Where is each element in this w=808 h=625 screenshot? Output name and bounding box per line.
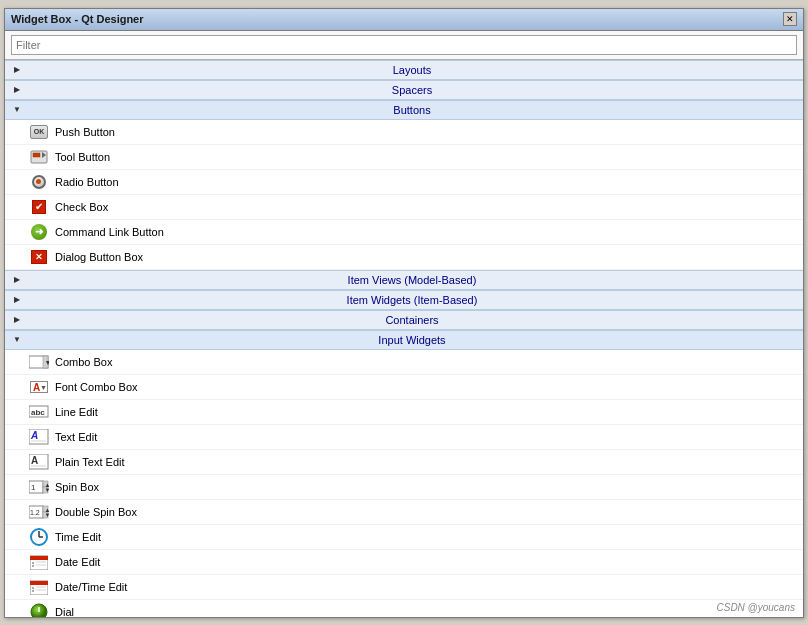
category-label-input-widgets: Input Widgets [27, 334, 797, 346]
list-item[interactable]: 1 ▲ ▼ Spin Box [5, 475, 803, 500]
widget-list: ▶ Layouts ▶ Spacers ▼ Buttons OK Push Bu… [5, 60, 803, 617]
svg-rect-34 [32, 565, 34, 567]
widget-label-text-edit: Text Edit [55, 431, 97, 443]
list-item[interactable]: Time Edit [5, 525, 803, 550]
widget-label-time-edit: Time Edit [55, 531, 101, 543]
arrow-icon: ▼ [11, 334, 23, 346]
title-bar: Widget Box - Qt Designer ✕ [5, 9, 803, 31]
widget-label-date-edit: Date Edit [55, 556, 100, 568]
list-item[interactable]: abc Line Edit [5, 400, 803, 425]
time-edit-icon [29, 527, 49, 547]
radio-button-icon [29, 172, 49, 192]
category-header-buttons[interactable]: ▼ Buttons [5, 100, 803, 120]
svg-rect-39 [32, 587, 34, 589]
widget-label-datetime-edit: Date/Time Edit [55, 581, 127, 593]
widget-label-dial: Dial [55, 606, 74, 617]
widget-label-spin-box: Spin Box [55, 481, 99, 493]
svg-text:▼: ▼ [45, 359, 50, 366]
svg-text:A: A [31, 455, 38, 466]
list-item[interactable]: A Text Edit [5, 425, 803, 450]
widget-label-dialog-button-box: Dialog Button Box [55, 251, 143, 263]
tool-button-icon [29, 147, 49, 167]
check-box-icon: ✔ [29, 197, 49, 217]
svg-rect-36 [30, 581, 48, 585]
list-item[interactable]: Date Edit [5, 550, 803, 575]
window-title: Widget Box - Qt Designer [11, 13, 144, 25]
widget-label-radio-button: Radio Button [55, 176, 119, 188]
list-item[interactable]: ✔ Check Box [5, 195, 803, 220]
category-label-buttons: Buttons [27, 104, 797, 116]
dialog-button-box-icon: ✕ [29, 247, 49, 267]
date-edit-icon [29, 552, 49, 572]
category-label-spacers: Spacers [27, 84, 797, 96]
list-item[interactable]: Dial [5, 600, 803, 617]
svg-text:▼: ▼ [45, 512, 50, 518]
push-button-icon: OK [29, 122, 49, 142]
text-edit-icon: A [29, 427, 49, 447]
widget-label-line-edit: Line Edit [55, 406, 98, 418]
category-header-containers[interactable]: ▶ Containers [5, 310, 803, 330]
list-item[interactable]: 1.2 ▲ ▼ Double Spin Box [5, 500, 803, 525]
widget-label-command-link-button: Command Link Button [55, 226, 164, 238]
widget-label-push-button: Push Button [55, 126, 115, 138]
arrow-icon: ▼ [11, 104, 23, 116]
plain-text-edit-icon: A [29, 452, 49, 472]
category-label-item-views: Item Views (Model-Based) [27, 274, 797, 286]
datetime-edit-icon [29, 577, 49, 597]
font-combo-box-icon [29, 377, 49, 397]
arrow-icon: ▶ [11, 294, 23, 306]
filter-input[interactable] [11, 35, 797, 55]
filter-bar [5, 31, 803, 60]
widget-label-plain-text-edit: Plain Text Edit [55, 456, 125, 468]
category-header-input-widgets[interactable]: ▼ Input Widgets [5, 330, 803, 350]
list-item[interactable]: A Plain Text Edit [5, 450, 803, 475]
widget-box-window: Widget Box - Qt Designer ✕ ▶ Layouts ▶ S… [4, 8, 804, 618]
widget-label-combo-box: Combo Box [55, 356, 112, 368]
category-header-spacers[interactable]: ▶ Spacers [5, 80, 803, 100]
svg-rect-30 [30, 556, 48, 560]
svg-rect-33 [32, 562, 34, 564]
list-item[interactable]: Font Combo Box [5, 375, 803, 400]
list-item[interactable]: ➜ Command Link Button [5, 220, 803, 245]
svg-text:1.2: 1.2 [30, 509, 40, 516]
svg-rect-1 [33, 153, 40, 157]
category-label-layouts: Layouts [27, 64, 797, 76]
spin-box-icon: 1 ▲ ▼ [29, 477, 49, 497]
svg-text:A: A [30, 430, 38, 441]
svg-text:abc: abc [31, 408, 45, 417]
list-item[interactable]: Radio Button [5, 170, 803, 195]
widget-label-font-combo-box: Font Combo Box [55, 381, 138, 393]
svg-text:1: 1 [31, 483, 36, 492]
svg-text:▼: ▼ [45, 487, 50, 493]
category-header-item-views[interactable]: ▶ Item Views (Model-Based) [5, 270, 803, 290]
double-spin-box-icon: 1.2 ▲ ▼ [29, 502, 49, 522]
widget-label-double-spin-box: Double Spin Box [55, 506, 137, 518]
category-header-layouts[interactable]: ▶ Layouts [5, 60, 803, 80]
list-item[interactable]: ✕ Dialog Button Box [5, 245, 803, 270]
widget-label-tool-button: Tool Button [55, 151, 110, 163]
list-item[interactable]: ▼ Combo Box [5, 350, 803, 375]
arrow-icon: ▶ [11, 84, 23, 96]
line-edit-icon: abc [29, 402, 49, 422]
arrow-icon: ▶ [11, 64, 23, 76]
widget-label-check-box: Check Box [55, 201, 108, 213]
list-item[interactable]: OK Push Button [5, 120, 803, 145]
dial-icon [29, 602, 49, 617]
watermark: CSDN @youcans [716, 602, 795, 613]
svg-rect-40 [32, 590, 34, 592]
arrow-icon: ▶ [11, 274, 23, 286]
category-label-item-widgets: Item Widgets (Item-Based) [27, 294, 797, 306]
arrow-icon: ▶ [11, 314, 23, 326]
list-item[interactable]: Tool Button [5, 145, 803, 170]
list-item[interactable]: Date/Time Edit [5, 575, 803, 600]
category-label-containers: Containers [27, 314, 797, 326]
category-header-item-widgets[interactable]: ▶ Item Widgets (Item-Based) [5, 290, 803, 310]
combo-box-icon: ▼ [29, 352, 49, 372]
command-link-button-icon: ➜ [29, 222, 49, 242]
close-button[interactable]: ✕ [783, 12, 797, 26]
